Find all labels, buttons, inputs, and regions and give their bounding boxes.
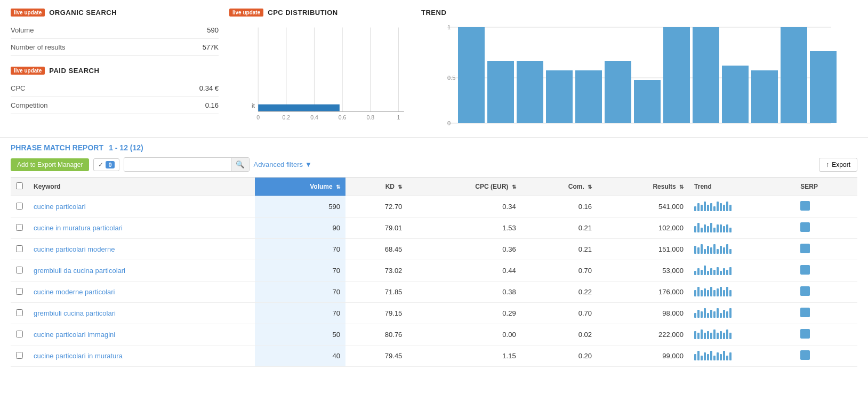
cpc-cell: 1.15 xyxy=(407,345,521,367)
row-checkbox[interactable] xyxy=(16,288,23,295)
mini-bar xyxy=(723,226,725,232)
select-all-header[interactable] xyxy=(11,178,28,196)
mini-bar xyxy=(723,268,725,275)
advanced-filters-button[interactable]: Advanced filters ▼ xyxy=(254,160,312,168)
kd-cell: 79.01 xyxy=(345,218,407,239)
serp-cell[interactable] xyxy=(795,239,857,260)
serp-icon[interactable] xyxy=(800,308,810,317)
row-checkbox[interactable] xyxy=(16,245,23,252)
svg-text:0: 0 xyxy=(447,120,451,126)
mini-bar xyxy=(710,223,712,232)
com-col-header[interactable]: Com. ⇅ xyxy=(521,178,597,196)
row-checkbox-cell[interactable] xyxy=(11,218,28,239)
row-checkbox-cell[interactable] xyxy=(11,196,28,218)
mini-bar xyxy=(713,329,716,339)
volume-cell: 70 xyxy=(255,282,345,303)
row-checkbox-cell[interactable] xyxy=(11,324,28,345)
trend-cell xyxy=(689,196,795,218)
keyword-link[interactable]: cucine in muratura particolari xyxy=(34,224,123,232)
results-cell: 222,000 xyxy=(597,324,689,345)
serp-icon[interactable] xyxy=(800,329,810,339)
serp-cell[interactable] xyxy=(795,324,857,345)
serp-cell[interactable] xyxy=(795,345,857,367)
keyword-link[interactable]: grembiuli da cucina particolari xyxy=(34,267,125,275)
serp-icon[interactable] xyxy=(800,244,810,253)
keyword-link[interactable]: cucine particolari in muratura xyxy=(34,352,123,360)
mini-bar xyxy=(729,205,732,211)
keyword-link[interactable]: grembiuli cucina particolari xyxy=(34,309,116,317)
serp-icon[interactable] xyxy=(800,201,810,211)
row-checkbox[interactable] xyxy=(16,309,23,316)
trend-col-header: Trend xyxy=(689,178,795,196)
kd-col-header[interactable]: KD ⇅ xyxy=(345,178,407,196)
table-row: cucine particolari immagini 50 80.76 0.0… xyxy=(11,324,857,345)
serp-cell[interactable] xyxy=(795,282,857,303)
trend-cell xyxy=(689,324,795,345)
results-col-header[interactable]: Results ⇅ xyxy=(597,178,689,196)
row-checkbox[interactable] xyxy=(16,203,23,210)
serp-icon[interactable] xyxy=(800,286,810,296)
export-label: Export xyxy=(832,161,850,168)
table-row: cucine moderne particolari 70 71.85 0.38… xyxy=(11,282,857,303)
filter-badge-button[interactable]: ✓ 0 xyxy=(93,158,119,171)
row-checkbox-cell[interactable] xyxy=(11,239,28,260)
paid-metrics: CPC0.34 €Competition0.16 xyxy=(11,80,219,114)
svg-rect-27 xyxy=(634,80,661,123)
export-button[interactable]: ↑ Export xyxy=(819,158,857,172)
keyword-link[interactable]: cucine particolari xyxy=(34,203,86,211)
keyword-cell: cucine particolari moderne xyxy=(28,239,255,260)
keyword-cell: cucine particolari immagini xyxy=(28,324,255,345)
select-all-checkbox[interactable] xyxy=(16,182,23,189)
serp-icon[interactable] xyxy=(800,350,810,360)
serp-icon[interactable] xyxy=(800,265,810,275)
mini-bar xyxy=(713,356,716,360)
row-checkbox[interactable] xyxy=(16,224,23,231)
badge-count: 0 xyxy=(106,161,114,168)
search-input[interactable] xyxy=(124,158,231,171)
add-to-export-manager-button[interactable]: Add to Export Manager xyxy=(11,158,89,171)
kd-cell: 80.76 xyxy=(345,324,407,345)
row-checkbox[interactable] xyxy=(16,352,23,359)
row-checkbox-cell[interactable] xyxy=(11,345,28,367)
keyword-link[interactable]: cucine particolari moderne xyxy=(34,245,115,253)
volume-col-header[interactable]: Volume ⇅ xyxy=(255,178,345,196)
cpc-cell: 1.53 xyxy=(407,218,521,239)
row-checkbox-cell[interactable] xyxy=(11,282,28,303)
row-checkbox[interactable] xyxy=(16,331,23,337)
export-up-icon: ↑ xyxy=(826,161,829,168)
paid-live-badge: live update xyxy=(11,67,45,75)
table-row: grembiuli cucina particolari 70 79.15 0.… xyxy=(11,303,857,324)
search-button[interactable]: 🔍 xyxy=(231,158,249,171)
organic-search-panel: live update ORGANIC SEARCH Volume590Numb… xyxy=(11,9,219,128)
mini-bar xyxy=(720,271,722,275)
svg-rect-28 xyxy=(663,27,690,123)
phrase-match-section: PHRASE MATCH REPORT 1 - 12 (12) Add to E… xyxy=(0,137,868,367)
mini-bar xyxy=(726,311,728,318)
mini-bar xyxy=(704,333,706,339)
serp-cell[interactable] xyxy=(795,303,857,324)
row-checkbox[interactable] xyxy=(16,267,23,274)
svg-rect-26 xyxy=(605,61,631,123)
paid-search-header: live update PAID SEARCH xyxy=(11,67,219,75)
mini-bar xyxy=(729,333,732,339)
serp-cell[interactable] xyxy=(795,196,857,218)
serp-cell[interactable] xyxy=(795,260,857,282)
mini-chart xyxy=(694,222,732,232)
metric-value: 0.34 € xyxy=(199,84,219,92)
row-checkbox-cell[interactable] xyxy=(11,260,28,282)
keyword-col-header[interactable]: Keyword xyxy=(28,178,255,196)
serp-icon[interactable] xyxy=(800,222,810,232)
mini-bar xyxy=(726,224,728,232)
mini-bar xyxy=(720,224,722,232)
table-header-row: Keyword Volume ⇅ KD ⇅ CPC (EUR) ⇅ Com. ⇅… xyxy=(11,178,857,196)
keyword-link[interactable]: cucine moderne particolari xyxy=(34,288,115,296)
cpc-col-header[interactable]: CPC (EUR) ⇅ xyxy=(407,178,521,196)
keyword-link[interactable]: cucine particolari immagini xyxy=(34,331,115,339)
trend-title: TREND xyxy=(421,9,857,17)
volume-cell: 50 xyxy=(255,324,345,345)
row-checkbox-cell[interactable] xyxy=(11,303,28,324)
mini-bar xyxy=(713,244,716,254)
serp-cell[interactable] xyxy=(795,218,857,239)
com-cell: 0.21 xyxy=(521,239,597,260)
trend-cell xyxy=(689,218,795,239)
